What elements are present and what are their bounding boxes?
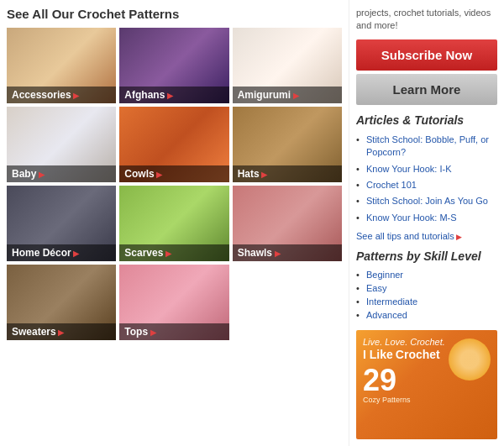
skill-item-2[interactable]: Intermediate bbox=[356, 295, 497, 308]
article-item-4[interactable]: Know Your Hook: M-S bbox=[356, 210, 497, 226]
grid-item-hats[interactable]: Hats bbox=[233, 107, 342, 182]
grid-item-accessories[interactable]: Accessories bbox=[7, 28, 116, 103]
grid-label-shawls: Shawls bbox=[233, 244, 342, 261]
learn-more-button[interactable]: Learn More bbox=[356, 74, 497, 105]
grid-item-shawls[interactable]: Shawls bbox=[233, 186, 342, 261]
grid-label-homedecor: Home Décor bbox=[7, 244, 116, 261]
grid-label-baby: Baby bbox=[7, 165, 116, 182]
articles-list: Stitch School: Bobble, Puff, or Popcorn?… bbox=[356, 132, 497, 226]
patterns-section: See All Our Crochet Patterns Accessories… bbox=[0, 0, 349, 446]
see-all-link[interactable]: See all tips and tutorials bbox=[356, 231, 497, 241]
grid-label-sweaters: Sweaters bbox=[7, 323, 116, 340]
grid-item-amigurumi[interactable]: Amigurumi bbox=[233, 28, 342, 103]
grid-item-cowls[interactable]: Cowls bbox=[119, 107, 228, 182]
sidebar: projects, crochet tutorials, videos and … bbox=[349, 0, 504, 446]
grid-item-baby[interactable]: Baby bbox=[7, 107, 116, 182]
magazine-cover[interactable]: Live. Love. Crochet. I Like Crochet 29 C… bbox=[356, 330, 497, 439]
grid-label-tops: Tops bbox=[119, 323, 228, 340]
article-item-2[interactable]: Crochet 101 bbox=[356, 177, 497, 193]
grid-label-hats: Hats bbox=[233, 165, 342, 182]
grid-label-afghans: Afghans bbox=[119, 87, 228, 103]
articles-title: Articles & Tutorials bbox=[356, 113, 497, 127]
grid-item-homedecor[interactable]: Home Décor bbox=[7, 186, 116, 261]
skill-list: BeginnerEasyIntermediateAdvanced bbox=[356, 268, 497, 322]
section-title: See All Our Crochet Patterns bbox=[7, 7, 342, 21]
skill-item-3[interactable]: Advanced bbox=[356, 308, 497, 322]
grid-label-cowls: Cowls bbox=[119, 165, 228, 182]
grid-label-amigurumi: Amigurumi bbox=[233, 87, 342, 103]
article-item-1[interactable]: Know Your Hook: I-K bbox=[356, 161, 497, 177]
patterns-grid: AccessoriesAfghansAmigurumiBabyCowlsHats… bbox=[7, 28, 342, 340]
grid-item-tops[interactable]: Tops bbox=[119, 265, 228, 340]
skill-item-0[interactable]: Beginner bbox=[356, 268, 497, 281]
magazine-subtitle: Cozy Patterns bbox=[363, 396, 491, 404]
grid-item-sweaters[interactable]: Sweaters bbox=[7, 265, 116, 340]
subscribe-intro: projects, crochet tutorials, videos and … bbox=[356, 7, 497, 33]
grid-label-accessories: Accessories bbox=[7, 87, 116, 103]
skill-title: Patterns by Skill Level bbox=[356, 249, 497, 263]
skill-item-1[interactable]: Easy bbox=[356, 281, 497, 295]
grid-label-scarves: Scarves bbox=[119, 244, 228, 261]
grid-item-scarves[interactable]: Scarves bbox=[119, 186, 228, 261]
article-item-0[interactable]: Stitch School: Bobble, Puff, or Popcorn? bbox=[356, 132, 497, 161]
grid-item-afghans[interactable]: Afghans bbox=[119, 28, 228, 103]
article-item-3[interactable]: Stitch School: Join As You Go bbox=[356, 193, 497, 209]
subscribe-button[interactable]: Subscribe Now bbox=[356, 39, 497, 71]
magazine-decoration bbox=[449, 338, 491, 380]
